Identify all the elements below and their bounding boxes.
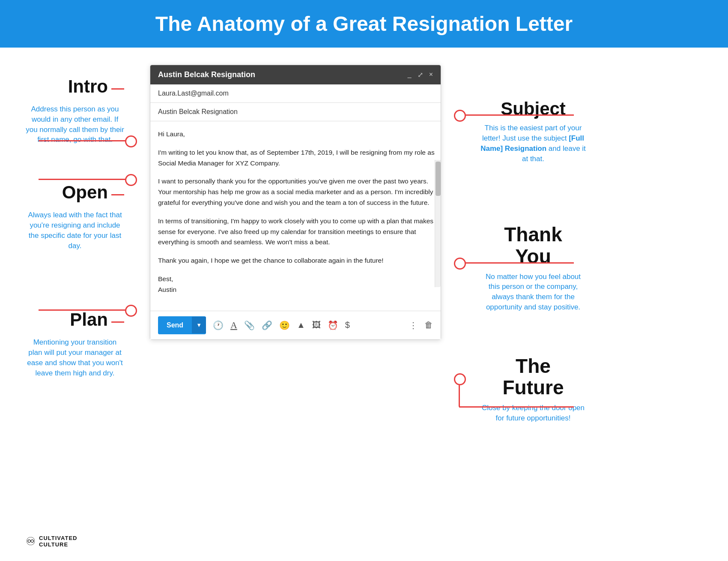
email-scrollbar[interactable] [435,160,441,287]
intro-circle [125,135,137,147]
email-toolbar: Send ▼ 🕐 A 📎 🔗 🙂 ▲ 🖼 ⏰ $ ⋮ 🗑 [150,311,441,339]
plan-circle [125,305,137,317]
email-para-3: In terms of transitioning, I'm happy to … [158,216,435,248]
email-para-4: Thank you again, I hope we get the chanc… [158,255,435,266]
open-label: Open [62,183,108,201]
email-scroll-thumb [436,162,441,196]
toolbar-text-icon[interactable]: A [230,320,237,331]
email-content-wrap: Hi Laura, I'm writing to let you know th… [150,121,441,311]
open-description: Always lead with the fact that you're re… [26,210,124,251]
page-title: The Anatomy of a Great Resignation Lette… [17,12,711,36]
open-line [111,194,124,195]
future-vline [459,385,460,407]
email-client: Austin Belcak Resignation _ ⤢ × Laura.La… [150,65,441,340]
open-circle [125,174,137,186]
email-greeting: Hi Laura, [158,129,435,140]
future-circle [454,373,466,385]
send-button-group[interactable]: Send ▼ [158,316,206,334]
toolbar-dollar-icon[interactable]: $ [345,320,350,330]
open-section: Open Always lead with the fact that you'… [26,183,124,251]
thankyou-section: ThankYou No matter how you feel about th… [480,224,587,312]
intro-label: Intro [68,78,108,96]
intro-line [111,88,124,90]
thankyou-circle [454,258,466,270]
plan-label: Plan [70,311,108,329]
email-to-field[interactable]: Laura.Last@gmail.com [150,84,441,103]
minimize-icon[interactable]: _ [408,71,412,79]
future-hline-right [459,406,574,408]
close-icon[interactable]: × [429,71,433,79]
toolbar-link-icon[interactable]: 🔗 [262,320,272,330]
logo-line1: CULTIVATED [39,535,77,542]
logo-line2: CULTURE [39,541,77,548]
thankyou-hline-right [465,262,574,264]
email-para-2: I want to personally thank you for the o… [158,176,435,208]
plan-section: Plan Mentioning your transition plan wil… [26,311,124,378]
logo-text: CULTIVATED CULTURE [39,535,77,548]
intro-section: Intro Address this person as you would i… [26,78,124,145]
email-para-1: I'm writing to let you know that, as of … [158,147,435,169]
subject-label: Subject [480,99,587,119]
subject-section: Subject This is the easiest part of your… [480,99,587,164]
subject-description: This is the easiest part of your letter!… [480,123,587,164]
email-area: Austin Belcak Resignation _ ⤢ × Laura.La… [133,65,458,532]
email-body[interactable]: Hi Laura, I'm writing to let you know th… [150,121,441,311]
right-sidebar: Subject This is the easiest part of your… [480,65,587,532]
email-closing: Best, Austin [158,274,435,295]
intro-title-row: Intro [26,78,124,100]
toolbar-format-icon[interactable]: 🕐 [213,320,224,330]
thankyou-description: No matter how you feel about this person… [480,272,587,312]
logo-area: ♾ CULTIVATED CULTURE [26,535,77,548]
send-button[interactable]: Send [158,316,192,334]
subject-circle [454,110,466,122]
intro-description: Address this person as you would in any … [26,104,124,145]
subject-hline-right [465,114,574,116]
email-subject-field[interactable]: Austin Belcak Resignation [150,103,441,121]
future-section: TheFuture Close by keeping the door open… [480,355,587,423]
email-titlebar: Austin Belcak Resignation _ ⤢ × [150,65,441,84]
email-subject-value: Austin Belcak Resignation [158,108,238,116]
future-label: TheFuture [480,355,587,399]
toolbar-delete-icon[interactable]: 🗑 [424,320,433,330]
plan-title-row: Plan [26,311,124,333]
toolbar-schedule-icon[interactable]: ⏰ [328,320,338,330]
titlebar-controls: _ ⤢ × [408,71,433,79]
main-content: Intro Address this person as you would i… [0,48,728,549]
maximize-icon[interactable]: ⤢ [418,71,423,79]
thankyou-label: ThankYou [480,224,587,267]
email-to-value: Laura.Last@gmail.com [158,90,229,97]
email-title: Austin Belcak Resignation [158,70,255,79]
toolbar-photo-icon[interactable]: 🖼 [312,320,321,330]
plan-line [111,321,124,323]
plan-hline [39,309,126,311]
toolbar-more-icon[interactable]: ⋮ [409,320,418,330]
toolbar-attach-icon[interactable]: 📎 [244,320,255,330]
toolbar-drive-icon[interactable]: ▲ [297,320,305,330]
subject-highlight: [Full Name] Resignation [480,134,584,153]
intro-hline [39,140,126,141]
logo-icon: ♾ [26,535,36,548]
page-header: The Anatomy of a Great Resignation Lette… [0,0,728,48]
toolbar-emoji-icon[interactable]: 🙂 [279,320,290,330]
left-sidebar: Intro Address this person as you would i… [26,65,124,532]
send-dropdown-button[interactable]: ▼ [192,317,206,333]
open-title-row: Open [26,183,124,206]
open-hline [39,179,126,180]
plan-description: Mentioning your transition plan will put… [26,337,124,378]
